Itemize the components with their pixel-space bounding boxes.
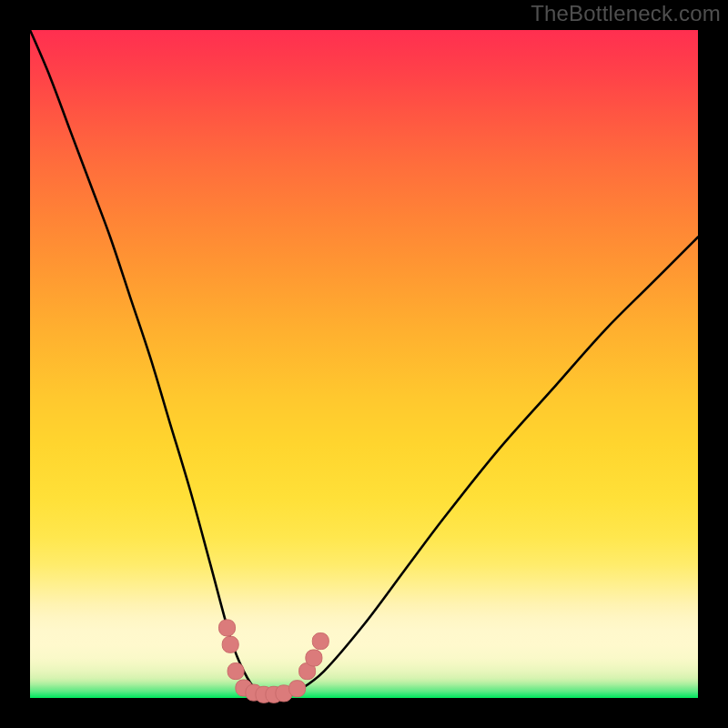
data-marker xyxy=(228,663,244,680)
data-marker xyxy=(312,633,329,650)
data-marker xyxy=(306,650,322,666)
data-marker xyxy=(219,620,236,636)
data-marker xyxy=(289,681,306,697)
marker-cluster xyxy=(219,620,329,703)
bottleneck-curve xyxy=(30,30,698,699)
outer-frame: TheBottleneck.com xyxy=(0,0,728,728)
data-marker xyxy=(222,636,238,652)
chart-overlay xyxy=(0,0,728,728)
